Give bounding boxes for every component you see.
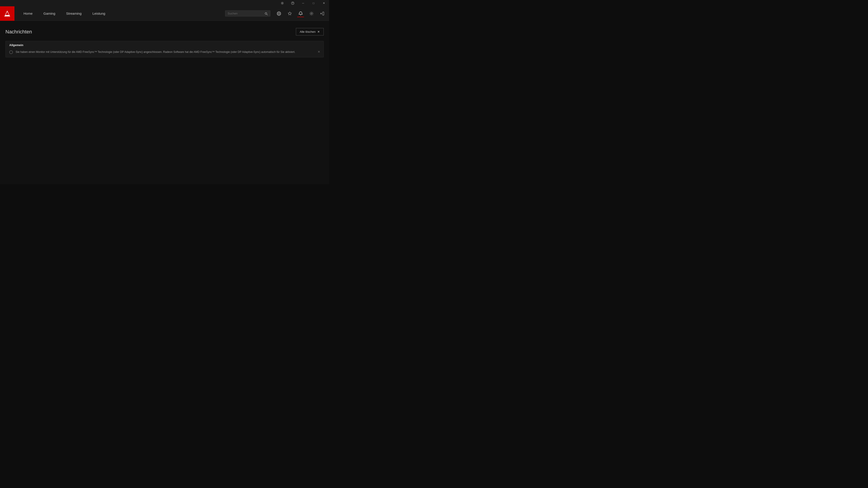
notification-item: Sie haben einen Monitor mit Unterstützun… xyxy=(6,48,323,57)
search-area xyxy=(225,10,270,16)
settings-icon-btn[interactable] xyxy=(307,8,316,19)
maximize-button[interactable]: □ xyxy=(308,0,319,6)
nav-streaming[interactable]: Streaming xyxy=(61,6,87,21)
search-button[interactable] xyxy=(265,11,268,15)
header: Home Gaming Streaming Leistung xyxy=(0,6,329,21)
nav-leistung[interactable]: Leistung xyxy=(87,6,111,21)
nav-home[interactable]: Home xyxy=(18,6,38,21)
favorites-icon-btn[interactable] xyxy=(285,8,295,19)
notification-close-button[interactable]: ✕ xyxy=(316,50,322,54)
svg-rect-7 xyxy=(322,12,324,15)
page-title: Nachrichten xyxy=(5,29,32,35)
main-nav: Home Gaming Streaming Leistung xyxy=(14,6,114,21)
page-header: Nachrichten Alle löschen ✕ xyxy=(5,28,324,35)
header-icons xyxy=(274,8,329,19)
app-container: Home Gaming Streaming Leistung xyxy=(0,6,329,184)
clear-all-button[interactable]: Alle löschen ✕ xyxy=(296,28,324,35)
notification-group: Allgemein Sie haben einen Monitor mit Un… xyxy=(5,41,324,57)
notification-read-toggle[interactable] xyxy=(9,51,13,54)
clear-all-icon: ✕ xyxy=(317,30,320,33)
title-bar: ─ □ ✕ xyxy=(0,0,329,6)
notification-category: Allgemein xyxy=(6,41,323,48)
minimize-button[interactable]: ─ xyxy=(298,0,308,6)
globe-icon-btn[interactable] xyxy=(274,8,284,19)
logo-area[interactable] xyxy=(0,6,14,21)
svg-point-3 xyxy=(265,12,267,14)
notifications-icon-btn[interactable] xyxy=(296,8,306,19)
amd-settings-title-btn[interactable] xyxy=(277,0,287,6)
notification-text: Sie haben einen Monitor mit Unterstützun… xyxy=(16,50,320,54)
close-button[interactable]: ✕ xyxy=(319,0,329,6)
search-input[interactable] xyxy=(228,12,264,15)
svg-point-0 xyxy=(282,3,283,4)
clear-all-label: Alle löschen xyxy=(300,30,315,33)
signin-icon-btn[interactable] xyxy=(317,8,327,19)
help-title-btn[interactable] xyxy=(287,0,298,6)
svg-point-6 xyxy=(311,13,312,14)
main-content: Nachrichten Alle löschen ✕ Allgemein Sie… xyxy=(0,21,329,184)
amd-logo xyxy=(3,10,11,18)
bell-active-indicator xyxy=(297,17,304,17)
nav-gaming[interactable]: Gaming xyxy=(38,6,61,21)
title-bar-buttons: ─ □ ✕ xyxy=(277,0,329,6)
